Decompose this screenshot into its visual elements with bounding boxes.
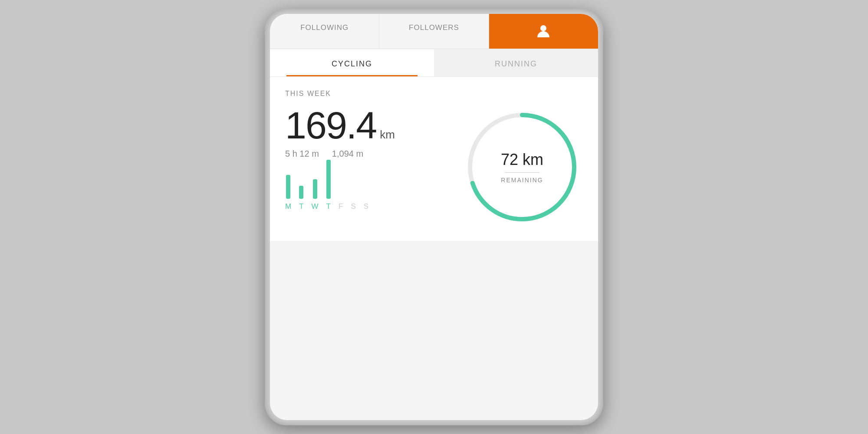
distance-value: 169.4: [285, 106, 376, 145]
bar-day-label: F: [339, 202, 343, 211]
bar: [299, 186, 303, 199]
bar-column: M: [285, 175, 291, 211]
bar-column: F: [339, 199, 343, 211]
bar-day-label: S: [364, 202, 368, 211]
remaining-divider: [505, 172, 539, 173]
bar: [313, 179, 317, 199]
profile-tab[interactable]: [489, 14, 598, 49]
bar-day-label: T: [299, 202, 303, 211]
circle-progress: 72 km REMAINING: [461, 106, 583, 228]
bar-column: T: [299, 186, 303, 211]
stats-panel: THIS WEEK 169.4 km 5 h 12 m 1,094 m: [270, 77, 598, 241]
bar-column: T: [326, 160, 331, 211]
following-tab[interactable]: FOLLOWING: [270, 14, 379, 49]
top-nav: FOLLOWING FOLLOWERS: [270, 14, 598, 49]
bar-column: S: [364, 199, 368, 211]
stats-left: 169.4 km 5 h 12 m 1,094 m MTWTFSS: [285, 106, 453, 224]
distance-unit: km: [380, 128, 395, 141]
bar-day-label: S: [351, 202, 355, 211]
bar-day-label: T: [326, 202, 331, 211]
bar: [326, 160, 331, 199]
remaining-value: 72 km: [501, 151, 543, 169]
remaining-label: REMAINING: [501, 177, 543, 184]
cycling-tab[interactable]: CYCLING: [270, 49, 434, 76]
activity-tabs: CYCLING RUNNING: [270, 49, 598, 77]
bar-day-label: M: [285, 202, 291, 211]
circle-content: 72 km REMAINING: [501, 151, 543, 184]
followers-tab[interactable]: FOLLOWERS: [379, 14, 489, 49]
distance-row: 169.4 km: [285, 106, 453, 145]
bar-column: W: [312, 179, 319, 211]
running-tab-label: RUNNING: [495, 59, 537, 68]
bar-day-label: W: [312, 202, 319, 211]
followers-label: FOLLOWERS: [409, 23, 459, 32]
bar: [286, 175, 290, 199]
running-tab[interactable]: RUNNING: [434, 49, 598, 76]
phone-screen: FOLLOWING FOLLOWERS CYCLING RU: [270, 14, 598, 420]
stats-row: 169.4 km 5 h 12 m 1,094 m MTWTFSS: [285, 106, 583, 228]
bar-column: S: [351, 199, 355, 211]
following-label: FOLLOWING: [300, 23, 349, 32]
content-area: CYCLING RUNNING THIS WEEK 169.4 km: [270, 49, 598, 420]
cycling-tab-label: CYCLING: [332, 59, 372, 68]
person-icon: [536, 23, 551, 39]
phone-frame: FOLLOWING FOLLOWERS CYCLING RU: [265, 9, 603, 425]
sub-stats: 5 h 12 m 1,094 m: [285, 149, 453, 159]
this-week-label: THIS WEEK: [285, 90, 583, 98]
svg-point-0: [540, 25, 546, 31]
duration-stat: 5 h 12 m: [285, 149, 319, 159]
elevation-stat: 1,094 m: [332, 149, 363, 159]
bar-chart: MTWTFSS: [285, 172, 453, 224]
